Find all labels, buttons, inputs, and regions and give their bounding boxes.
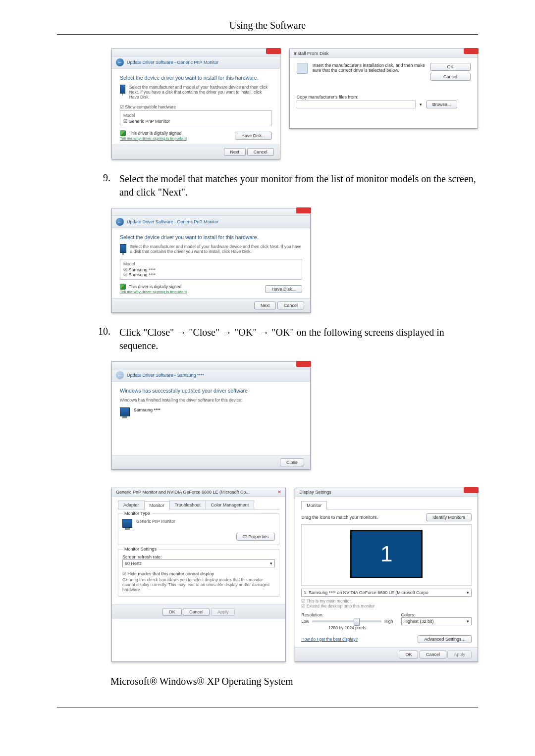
cancel-button[interactable]: Cancel (247, 148, 274, 156)
show-compat-checkbox[interactable]: ☑ (120, 104, 125, 109)
breadcrumb: Update Driver Software - Generic PnP Mon… (127, 219, 218, 224)
hide-modes-desc: Clearing this check box allows you to se… (122, 577, 275, 592)
chevron-down-icon: ▾ (467, 590, 469, 595)
update-driver-window-2: ← Update Driver Software - Generic PnP M… (111, 208, 311, 313)
copy-from-input[interactable] (297, 101, 416, 108)
shield-icon (120, 284, 126, 290)
dropdown-arrow-icon[interactable]: ▾ (420, 102, 422, 107)
tab-monitor[interactable]: Monitor (301, 501, 327, 509)
dialog-heading: Windows has successfully updated your dr… (120, 388, 302, 394)
colors-label: Colors: (401, 612, 472, 617)
best-display-link[interactable]: How do I get the best display? (301, 637, 358, 642)
advanced-settings-button[interactable]: Advanced Settings... (418, 635, 472, 643)
dialog-title: Install From Disk (294, 50, 329, 56)
back-icon[interactable]: ← (116, 58, 124, 66)
dialog-heading: Select the device driver you want to ins… (120, 234, 302, 240)
tab-adapter[interactable]: Adapter (118, 501, 145, 509)
sub-text: Windows has finished installing the driv… (120, 398, 302, 403)
hide-modes-checkbox[interactable]: ☑ (122, 571, 128, 576)
hint-text: Select the manufacturer and model of you… (129, 85, 272, 100)
model-header: Model (123, 113, 268, 118)
ok-button[interactable]: OK (162, 608, 182, 616)
model-name: Samsung **** (134, 407, 160, 416)
apply-button: Apply (447, 651, 472, 658)
top-rule (57, 34, 478, 35)
cancel-button[interactable]: Cancel (277, 302, 304, 309)
bottom-rule (57, 707, 478, 707)
close-icon[interactable] (464, 487, 479, 493)
install-from-disk-dialog: Install From Disk Insert the manufacture… (289, 49, 478, 129)
step-text: Click "Close" → "Close" → "OK" → "OK" on… (119, 326, 478, 353)
back-icon[interactable]: ← (116, 218, 124, 226)
chevron-down-icon: ▾ (467, 619, 469, 624)
model-list[interactable]: Model ☑ Generic PnP Monitor (120, 110, 272, 126)
tab-monitor[interactable]: Monitor (144, 501, 170, 509)
model-list[interactable]: Model ☑ Samsung **** ☑ Samsung **** (120, 259, 302, 280)
cancel-button[interactable]: Cancel (420, 651, 446, 658)
update-driver-success-window: ← Update Driver Software - Samsung **** … (111, 361, 311, 470)
have-disk-button[interactable]: Have Disk... (235, 132, 272, 140)
monitor-properties-dialog: Generic PnP Monitor and NVIDIA GeForce 6… (111, 488, 286, 662)
monitor-icon (120, 85, 125, 94)
disk-icon (297, 63, 308, 74)
dialog-heading: Select the device driver you want to ins… (120, 75, 272, 81)
signed-text: This driver is digitally signed. (129, 284, 183, 289)
page-header: Using the Software (57, 20, 478, 31)
browse-button[interactable]: Browse... (426, 101, 458, 108)
refresh-rate-select[interactable]: 60 Hertz▾ (122, 559, 275, 567)
close-icon[interactable] (266, 48, 281, 54)
cancel-button[interactable]: Cancel (430, 73, 471, 81)
monitor-type-label: Monitor Type (122, 511, 152, 516)
tab-troubleshoot[interactable]: Troubleshoot (169, 501, 206, 509)
next-button[interactable]: Next (254, 302, 276, 309)
display-settings-dialog: Display Settings Monitor Drag the icons … (295, 488, 478, 662)
step-text: Select the model that matches your monit… (119, 172, 478, 199)
signed-text: This driver is digitally signed. (129, 131, 183, 136)
monitor-select[interactable]: 1. Samsung **** on NVIDIA GeForce 6600 L… (301, 589, 472, 597)
model-item[interactable]: ☑ Samsung **** (123, 272, 299, 277)
close-icon[interactable] (296, 207, 311, 213)
drag-icons-text: Drag the icons to match your monitors. (301, 515, 378, 520)
resolution-label: Resolution: (301, 612, 393, 617)
close-icon[interactable]: ✕ (277, 490, 281, 495)
close-button[interactable]: Close (280, 458, 304, 466)
ifd-message: Insert the manufacturer's installation d… (313, 63, 425, 81)
monitor-icon (122, 519, 132, 528)
monitor-preview[interactable]: 1 (350, 530, 423, 578)
ok-button[interactable]: OK (430, 63, 471, 71)
tab-color-management[interactable]: Color Management (206, 501, 255, 509)
breadcrumb: Update Driver Software - Samsung **** (127, 373, 204, 378)
properties-button[interactable]: 🛡 Properties (236, 533, 275, 541)
cancel-button[interactable]: Cancel (183, 608, 210, 616)
model-item[interactable]: ☑ Generic PnP Monitor (123, 119, 268, 124)
close-icon[interactable] (464, 48, 479, 54)
back-icon: ← (116, 371, 124, 379)
close-icon[interactable] (296, 361, 311, 367)
signing-link[interactable]: Tell me why driver signing is important (120, 290, 187, 294)
model-header: Model (123, 261, 299, 266)
os-subheading: Microsoft® Windows® XP Operating System (110, 676, 478, 687)
step-number: 10. (97, 326, 110, 353)
low-label: Low (301, 619, 309, 624)
dialog-title: Display Settings (299, 490, 331, 495)
chevron-down-icon: ▾ (270, 561, 272, 566)
step-number: 9. (97, 172, 110, 199)
high-label: High (384, 619, 393, 624)
colors-select[interactable]: Highest (32 bit)▾ (401, 617, 472, 625)
dialog-title: Generic PnP Monitor and NVIDIA GeForce 6… (116, 490, 250, 495)
resolution-slider[interactable] (312, 620, 381, 622)
signing-link[interactable]: Tell me why driver signing is important (120, 136, 187, 141)
ok-button[interactable]: OK (399, 651, 418, 658)
monitor-settings-label: Monitor Settings (122, 547, 159, 552)
next-button[interactable]: Next (224, 148, 246, 156)
shield-icon (120, 130, 126, 136)
update-driver-window-1: ← Update Driver Software - Generic PnP M… (111, 49, 280, 159)
have-disk-button[interactable]: Have Disk... (265, 285, 302, 293)
monitor-icon (120, 407, 130, 416)
apply-button: Apply (211, 608, 235, 616)
model-item[interactable]: ☑ Samsung **** (123, 267, 299, 272)
copy-from-label: Copy manufacturer's files from: (297, 95, 471, 100)
refresh-rate-label: Screen refresh rate: (122, 554, 275, 559)
identify-monitors-button[interactable]: Identify Monitors (426, 513, 472, 521)
hint-text: Select the manufacturer and model of you… (130, 244, 302, 254)
